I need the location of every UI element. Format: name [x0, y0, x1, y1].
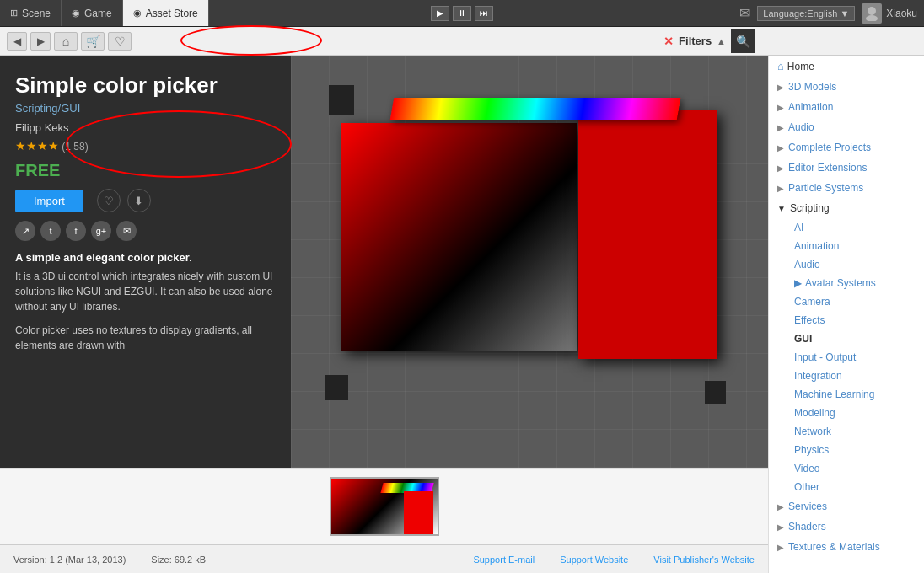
top-right-area: ✉ Language:English ▼ Xiaoku: [739, 3, 924, 24]
product-section: Simple color picker Scripting/GUI Filipp…: [0, 56, 768, 469]
sidebar-item-particle-systems[interactable]: ▶ Particle Systems: [769, 178, 924, 198]
description-text-2: Color picker uses no textures to display…: [15, 323, 276, 353]
home-nav-button[interactable]: ⌂: [54, 32, 78, 51]
tab-asset-store[interactable]: ◉ Asset Store: [123, 0, 209, 26]
sidebar-sub-gui[interactable]: GUI: [787, 329, 924, 348]
product-author: Filipp Keks: [15, 121, 276, 134]
sidebar-sub-audio[interactable]: Audio: [787, 255, 924, 274]
sidebar-item-3d-models[interactable]: ▶ 3D Models: [769, 77, 924, 97]
description-bold: A simple and elegant color picker.: [15, 251, 276, 264]
next-button[interactable]: ⏭: [475, 6, 493, 21]
user-area[interactable]: Xiaoku: [862, 3, 917, 24]
thumb-red-panel: [404, 491, 433, 536]
sidebar-sub-other[interactable]: Other: [787, 478, 924, 496]
description-text: It is a 3D ui control which integrates n…: [15, 269, 276, 314]
language-button[interactable]: Language:English ▼: [757, 6, 855, 21]
pause-button[interactable]: ⏸: [453, 6, 471, 21]
sidebar-item-complete-projects[interactable]: ▶ Complete Projects: [769, 137, 924, 158]
thumbnail-row: [0, 469, 768, 544]
game-icon: ◉: [72, 8, 80, 19]
publisher-link[interactable]: Visit Publisher's Website: [653, 554, 755, 565]
store-nav-button[interactable]: 🛒: [81, 32, 105, 51]
chevron-down-icon: ▼: [840, 8, 849, 19]
sidebar-sub-modeling[interactable]: Modeling: [787, 404, 924, 422]
facebook-icon[interactable]: f: [66, 221, 86, 241]
preview-main: [291, 56, 768, 468]
sidebar-sub-effects[interactable]: Effects: [787, 311, 924, 329]
back-button[interactable]: ◀: [7, 32, 27, 51]
arrow-icon-ee: ▶: [777, 163, 784, 173]
sidebar-item-services[interactable]: ▶ Services: [769, 496, 924, 517]
sidebar-sub-ai[interactable]: AI: [787, 218, 924, 237]
sidebar-sub-scripting: AI Animation Audio ▶ Avatar Systems Came…: [769, 218, 924, 496]
sidebar-sub-animation[interactable]: Animation: [787, 237, 924, 255]
import-button[interactable]: Import: [15, 190, 83, 212]
version-info: Version: 1.2 (Mar 13, 2013): [13, 554, 126, 565]
top-bar: ⊞ Scene ◉ Game ◉ Asset Store ▶ ⏸ ⏭ ✉ Lan…: [0, 0, 924, 27]
mail-icon[interactable]: ✉: [739, 5, 750, 21]
filter-label: Filters: [679, 35, 712, 47]
tab-scene[interactable]: ⊞ Scene: [0, 0, 62, 26]
product-info-panel: Simple color picker Scripting/GUI Filipp…: [0, 56, 291, 468]
arrow-icon-ps: ▶: [777, 184, 784, 193]
frame-piece-tl: [329, 85, 354, 115]
sidebar: ⌂ Home ▶ 3D Models ▶ Animation ▶ Audio ▶…: [768, 56, 924, 573]
support-website-link[interactable]: Support Website: [560, 554, 628, 565]
sidebar-sub-physics[interactable]: Physics: [787, 441, 924, 459]
filter-header: ✕ Filters ▲ 🔍: [657, 24, 761, 58]
scene-icon: ⊞: [10, 8, 18, 19]
product-title: Simple color picker: [15, 72, 276, 99]
asset-store-icon: ◉: [133, 8, 142, 19]
sidebar-sub-machine-learning[interactable]: Machine Learning: [787, 385, 924, 404]
sidebar-sub-avatar[interactable]: ▶ Avatar Systems: [787, 274, 924, 292]
share-icon-1[interactable]: ↗: [15, 221, 35, 241]
arrow-icon-avatar: ▶: [794, 277, 802, 289]
sidebar-item-animation[interactable]: ▶ Animation: [769, 97, 924, 117]
rating-count: (1 58): [62, 141, 88, 153]
download-button[interactable]: ⬇: [127, 189, 151, 212]
wishlist-button[interactable]: ♡: [97, 189, 121, 212]
sidebar-item-shaders[interactable]: ▶ Shaders: [769, 517, 924, 537]
support-email-link[interactable]: Support E-mail: [473, 554, 535, 565]
sidebar-item-editor-extensions[interactable]: ▶ Editor Extensions: [769, 158, 924, 178]
email-share-icon[interactable]: ✉: [116, 221, 137, 241]
svg-point-0: [868, 7, 876, 15]
arrow-icon-shaders: ▶: [777, 522, 784, 532]
gplus-icon[interactable]: g+: [91, 221, 111, 241]
sidebar-item-scripting[interactable]: ▼ Scripting: [769, 198, 924, 218]
frame-piece-bl: [325, 375, 348, 400]
home-sidebar-icon: ⌂: [777, 60, 784, 72]
sidebar-item-home[interactable]: ⌂ Home: [769, 56, 924, 77]
sidebar-sub-input-output[interactable]: Input - Output: [787, 348, 924, 367]
wishlist-nav-button[interactable]: ♡: [108, 32, 132, 51]
price-label: FREE: [15, 161, 276, 180]
main-layout: Simple color picker Scripting/GUI Filipp…: [0, 56, 924, 573]
sidebar-item-textures[interactable]: ▶ Textures & Materials: [769, 537, 924, 557]
sidebar-sub-video[interactable]: Video: [787, 459, 924, 478]
arrow-icon-animation: ▶: [777, 103, 784, 112]
filter-collapse-icon[interactable]: ▲: [717, 36, 726, 46]
product-preview: [291, 56, 768, 468]
thumbnail-1[interactable]: [330, 477, 439, 536]
sidebar-item-audio[interactable]: ▶ Audio: [769, 117, 924, 137]
arrow-icon-3d: ▶: [777, 83, 784, 92]
twitter-icon[interactable]: t: [40, 221, 61, 241]
forward-button[interactable]: ▶: [30, 32, 51, 51]
arrow-icon-audio: ▶: [777, 123, 784, 132]
sidebar-sub-camera[interactable]: Camera: [787, 292, 924, 311]
tab-game[interactable]: ◉ Game: [62, 0, 123, 26]
arrow-icon-cp: ▶: [777, 143, 784, 153]
avatar: [862, 3, 882, 24]
filter-close-icon[interactable]: ✕: [663, 35, 674, 48]
arrow-icon-services: ▶: [777, 502, 784, 511]
red-panel: [578, 110, 717, 359]
filter-search-button[interactable]: 🔍: [731, 29, 755, 53]
size-info: Size: 69.2 kB: [151, 554, 206, 565]
play-button[interactable]: ▶: [431, 6, 449, 21]
sidebar-sub-integration[interactable]: Integration: [787, 367, 924, 385]
color-bar: [390, 98, 681, 120]
footer-bar: Version: 1.2 (Mar 13, 2013) Size: 69.2 k…: [0, 544, 768, 573]
frame-piece-br: [705, 381, 726, 404]
sidebar-sub-network[interactable]: Network: [787, 422, 924, 441]
main-panel: [341, 123, 578, 351]
